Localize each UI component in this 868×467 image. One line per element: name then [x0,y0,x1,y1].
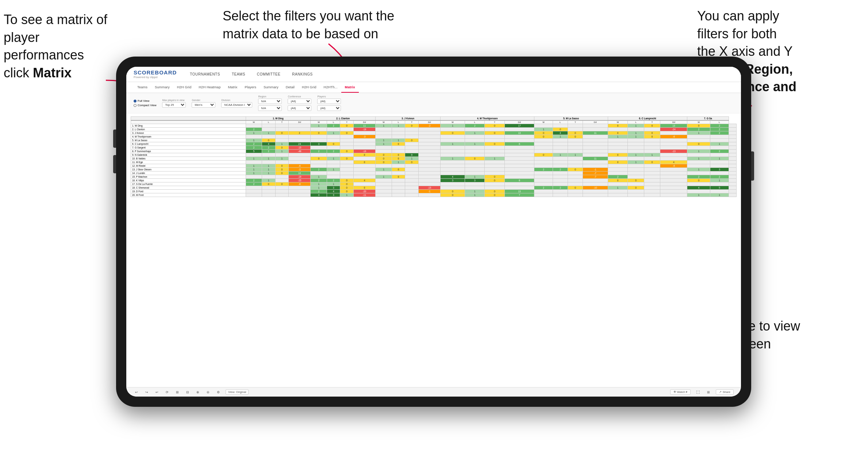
matrix-cell-r16-g2-c0 [376,182,392,186]
tab-detail[interactable]: Detail [282,82,298,93]
matrix-cell-r16-g1-c0: 1 [311,182,327,186]
matrix-cell-r19-g3-c0: 0 [441,193,465,197]
matrix-cell-r2-g2-c1 [392,131,405,135]
matrix-cell-r13-g1-c3 [353,171,375,175]
matrix-cell-r9-g6-c2 [729,157,736,161]
tab-h2h-grid[interactable]: H2H Grid [173,82,195,93]
matrix-cell-r14-g5-c2 [644,175,660,179]
fullscreen-btn[interactable]: ⛶ [695,390,701,395]
matrix-cell-r14-g4-c0 [534,175,553,179]
filter-conference: Conference (All) (All) [288,95,311,111]
matrix-cell-r10-g0-c1 [262,161,275,164]
matrix-row-header-19: 20. M Ford [131,193,246,197]
nav-committee[interactable]: COMMITTEE [255,71,283,78]
matrix-row-header-5: 6. C Lamprecht [131,142,246,146]
radio-full-view[interactable]: Full View [134,99,156,103]
matrix-cell-r6-g3-c2 [485,146,504,150]
nav-tournaments[interactable]: TOURNAMENTS [188,71,222,78]
radio-compact-view[interactable]: Compact View [134,104,156,107]
matrix-cell-r12-g0-c2: 0 [275,168,288,171]
refresh-btn[interactable]: ⟳ [164,390,170,395]
matrix-cell-r3-g4-c3 [583,135,608,139]
zoom-plus-btn[interactable]: ⊕ [195,390,201,395]
matrix-cell-r8-g2-c2: 9 [405,153,418,157]
matrix-cell-r12-g1-c3 [353,168,375,171]
matrix-cell-r12-g2-c3 [418,168,440,171]
tab-players[interactable]: Players [241,82,260,93]
grid-btn[interactable]: ⊞ [174,390,180,395]
nav-teams[interactable]: TEAMS [230,71,247,78]
matrix-cell-r17-g1-c0: 1 [311,186,327,190]
grid2-btn[interactable]: ⊟ [185,390,191,395]
tab-summary[interactable]: Summary [151,82,173,93]
filter-region-select1[interactable]: N/A [258,99,282,104]
matrix-cell-r2-g5-c0: 0 [608,131,628,135]
tab-teams[interactable]: Teams [134,82,151,93]
tab-h2h-heatmap[interactable]: H2H Heatmap [195,82,224,93]
matrix-cell-r9-g4-c2 [568,157,583,161]
matrix-cell-r13-g4-c0 [534,171,553,175]
filter-division-select[interactable]: NCAA Division I [221,102,252,108]
settings-btn[interactable]: ⚙ [215,390,221,395]
share-btn[interactable]: ↗ Share [716,389,734,395]
matrix-cell-r14-g1-c3 [353,175,375,179]
annotation-center-line1: Select the filters you want the [223,8,394,23]
tab-h2h-grid2[interactable]: H2H Grid [298,82,320,93]
filter-conference-select2[interactable]: (All) [288,105,311,111]
watch-btn[interactable]: 👁 Watch ▾ [670,389,691,395]
matrix-cell-r6-g4-c0 [534,146,553,150]
tab-summary2[interactable]: Summary [260,82,282,93]
tab-h2h-th[interactable]: H2HTh... [320,82,341,93]
filter-gender-select[interactable]: Men's [192,102,215,108]
matrix-cell-r9-g3-c0: 1 [441,157,465,161]
matrix-cell-r14-g5-c1 [628,175,644,179]
matrix-cell-r5-g3-c0: 1 [441,142,465,146]
matrix-cell-r19-g2-c3 [418,193,440,197]
matrix-cell-r5-g0-c3: 24 [288,142,310,146]
nav-rankings[interactable]: RANKINGS [290,71,315,78]
col-header-5: 5. M La Sasso [534,117,608,121]
matrix-cell-r11-g6-c2 [729,164,736,168]
matrix-cell-r3-g0-c0 [246,135,262,139]
matrix-cell-r15-g4-c1 [553,179,568,182]
matrix-cell-r2-g6-c0: 1 [687,131,710,135]
tablet-screen: SCOREBOARD Powered by clippd TOURNAMENTS… [126,67,741,397]
filter-players-select1[interactable]: (All) [317,99,341,104]
matrix-cell-r7-g6-c1: 2 [710,150,729,153]
matrix-cell-r0-g1-c1: 2 [327,124,340,128]
sh-t6: T [644,120,660,124]
filter-conference-select1[interactable]: (All) [288,99,311,104]
matrix-cell-r0-g4-c3 [583,124,608,128]
filter-players-select2[interactable]: (All) [317,105,341,111]
tab-matrix2[interactable]: Matrix [341,82,359,93]
matrix-cell-r13-g0-c3: 10 [288,171,310,175]
undo2-btn[interactable]: ↩ [154,390,160,395]
matrix-cell-r18-g4-c0 [534,190,553,193]
sh-l4: L [465,120,485,124]
redo-btn[interactable]: ↪ [144,390,150,395]
toolbar-right: 👁 Watch ▾ ⛶ ⊞ ↗ Share [670,389,734,395]
matrix-cell-r1-g1-c0 [311,128,327,131]
matrix-cell-r17-g4-c0: 2 [534,186,553,190]
undo-btn[interactable]: ↩ [134,390,139,395]
matrix-cell-r15-g3-c2: 0 [485,179,504,182]
matrix-cell-r14-g3-c2: 0 [485,175,504,179]
matrix-cell-r13-g0-c0: 1 [246,171,262,175]
matrix-cell-r11-g0-c1: 1 [262,164,275,168]
zoom-minus-btn[interactable]: ⊖ [205,390,211,395]
filter-max-select[interactable]: Top 25 [162,102,186,108]
matrix-cell-r6-g3-c1 [465,146,485,150]
matrix-cell-r0-g1-c0: 1 [311,124,327,128]
matrix-cell-r16-g6-c1 [710,182,729,186]
matrix-cell-r2-g1-c1: 1 [327,131,340,135]
tablet-vol-up [113,130,116,148]
matrix-cell-r8-g1-c1 [327,153,340,157]
matrix-cell-r17-g5-c1: 0 [628,186,644,190]
grid-view-btn[interactable]: ⊞ [706,390,711,395]
filter-region-select2[interactable]: N/A [258,105,282,111]
matrix-cell-r11-g1-c1 [327,164,340,168]
matrix-cell-r6-g6-c0 [687,146,710,150]
tab-matrix[interactable]: Matrix [224,82,241,93]
matrix-cell-r16-g5-c3 [660,182,687,186]
matrix-cell-r15-g3-c0: 3 [441,179,465,182]
